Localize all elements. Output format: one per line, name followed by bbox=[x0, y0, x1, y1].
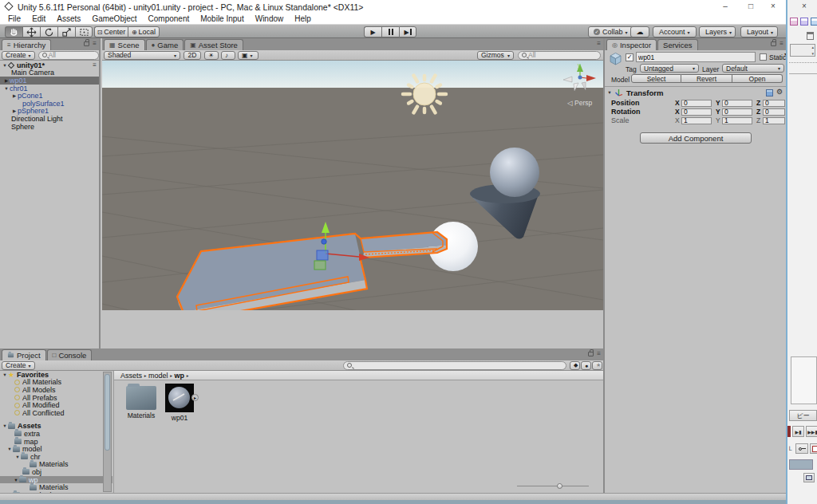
spin-down-icon[interactable]: ▾ bbox=[811, 51, 814, 56]
close-button[interactable]: × bbox=[802, 2, 807, 10]
scene-effects-button[interactable]: ▣▾ bbox=[238, 51, 259, 60]
scrollbar-thumb[interactable] bbox=[105, 374, 110, 451]
lock-icon[interactable] bbox=[84, 41, 89, 46]
scale-y-field[interactable] bbox=[722, 117, 752, 124]
static-checkbox[interactable] bbox=[760, 53, 767, 61]
lock-icon[interactable] bbox=[588, 352, 594, 356]
tab-services[interactable]: Services bbox=[657, 39, 697, 50]
expander-icon[interactable]: ▼ bbox=[13, 478, 19, 482]
account-button[interactable]: Account▾ bbox=[653, 26, 697, 37]
rotation-x-field[interactable] bbox=[681, 108, 712, 116]
folder-wp-selected[interactable]: ▼wp bbox=[0, 476, 112, 484]
spin-up-icon[interactable]: ▴ bbox=[811, 45, 814, 49]
menu-help[interactable]: Help bbox=[289, 14, 317, 23]
menu-file[interactable]: File bbox=[2, 14, 26, 23]
step-forward-button[interactable]: ▶▮ bbox=[792, 426, 804, 437]
expander-icon[interactable]: ▶ bbox=[3, 78, 10, 83]
fast-forward-button[interactable]: ▶▶▮ bbox=[806, 426, 817, 437]
table-icon[interactable] bbox=[800, 18, 808, 26]
expander-icon[interactable]: ▶ bbox=[11, 93, 18, 98]
xy-plane-handle[interactable] bbox=[317, 250, 328, 260]
expander-icon[interactable]: ▼ bbox=[14, 455, 21, 459]
menu-mobile-input[interactable]: Mobile Input bbox=[195, 14, 249, 23]
rotate-tool-button[interactable] bbox=[40, 26, 57, 37]
hierarchy-search[interactable] bbox=[38, 51, 99, 60]
hand-tool-button[interactable] bbox=[5, 26, 22, 37]
rotation-y-field[interactable] bbox=[722, 108, 752, 116]
step-button[interactable]: ▶ bbox=[399, 26, 416, 37]
position-x-field[interactable] bbox=[681, 100, 712, 107]
menu-assets[interactable]: Assets bbox=[51, 14, 86, 23]
project-search[interactable] bbox=[343, 361, 566, 370]
position-y-field[interactable] bbox=[722, 100, 752, 107]
table-icon[interactable] bbox=[811, 18, 817, 26]
scene-menu-icon[interactable]: ≡ bbox=[93, 62, 97, 69]
hierarchy-item-sphere[interactable]: Sphere bbox=[0, 123, 99, 131]
expand-asset-icon[interactable]: ▸ bbox=[191, 394, 199, 401]
thumbnail-size-slider[interactable] bbox=[517, 486, 589, 488]
asset-item-wp01[interactable]: ▸ wp01 bbox=[162, 384, 197, 422]
model-revert-button[interactable]: Revert bbox=[681, 74, 732, 83]
favorite-search-button[interactable]: ★ bbox=[592, 361, 602, 370]
collab-button[interactable]: ✓ Collab▾ bbox=[588, 26, 633, 37]
panel-button[interactable] bbox=[803, 473, 815, 482]
layout-button[interactable]: Layout▾ bbox=[740, 26, 778, 37]
tab-hierarchy[interactable]: ≡Hierarchy bbox=[2, 39, 51, 50]
object-name-field[interactable] bbox=[636, 52, 756, 62]
scale-tool-button[interactable] bbox=[57, 26, 75, 37]
rotation-z-field[interactable] bbox=[763, 108, 785, 116]
2d-toggle-button[interactable]: 2D bbox=[184, 51, 201, 60]
copy-button[interactable]: ピー bbox=[789, 410, 817, 421]
expander-icon[interactable]: ▼ bbox=[2, 423, 8, 428]
breadcrumb-wp[interactable]: wp bbox=[175, 372, 185, 380]
layers-button[interactable]: Layers▾ bbox=[699, 26, 736, 37]
hierarchy-item-directional-light[interactable]: Directional Light bbox=[0, 115, 99, 123]
tab-inspector[interactable]: ◎Inspector bbox=[606, 39, 657, 50]
lock-icon[interactable] bbox=[771, 41, 776, 46]
breadcrumb-model[interactable]: model bbox=[148, 372, 168, 380]
menu-window[interactable]: Window bbox=[250, 14, 290, 23]
persp-label[interactable]: Persp bbox=[574, 99, 592, 107]
tab-asset-store[interactable]: ▣Asset Store bbox=[184, 39, 243, 50]
panel-menu-icon[interactable]: ≡ bbox=[597, 41, 601, 47]
slider-knob[interactable] bbox=[557, 483, 562, 489]
folder-obj[interactable]: obj bbox=[0, 468, 112, 476]
doc-button[interactable] bbox=[810, 443, 817, 454]
maximize-button[interactable]: □ bbox=[740, 0, 761, 13]
folder-chr[interactable]: ▼chr bbox=[0, 453, 112, 461]
search-by-type-button[interactable]: ◆ bbox=[570, 361, 580, 370]
tab-console[interactable]: □Console bbox=[47, 349, 93, 360]
tab-project[interactable]: Project bbox=[2, 349, 46, 360]
xz-plane-handle[interactable] bbox=[314, 261, 326, 270]
tab-game[interactable]: ●Game bbox=[146, 39, 184, 50]
table-icon[interactable] bbox=[790, 18, 798, 26]
scene-lighting-button[interactable]: ☀ bbox=[204, 51, 219, 60]
tab-scene[interactable]: ▦Scene bbox=[104, 39, 145, 50]
rect-tool-button[interactable] bbox=[75, 26, 93, 37]
search-by-label-button[interactable]: ● bbox=[581, 361, 591, 370]
gear-icon[interactable]: ⚙ bbox=[776, 88, 783, 96]
hierarchy-item-psphere1[interactable]: ▶pSphere1 bbox=[0, 108, 99, 116]
gizmos-dropdown[interactable]: Gizmos▾ bbox=[477, 51, 514, 60]
favorite-all-materials[interactable]: All Materials bbox=[0, 379, 112, 387]
expander-icon[interactable]: ▼ bbox=[606, 90, 613, 95]
menu-component[interactable]: Component bbox=[143, 14, 195, 23]
model-open-button[interactable]: Open bbox=[732, 74, 783, 83]
pivot-local-button[interactable]: ⊕Local bbox=[128, 26, 160, 37]
trash-icon[interactable] bbox=[807, 32, 814, 40]
spinner-field[interactable]: ▴ ▾ bbox=[790, 44, 815, 57]
create-button[interactable]: Create▾ bbox=[2, 51, 35, 60]
tag-dropdown[interactable]: Untagged▾ bbox=[640, 64, 699, 73]
tree-scrollbar[interactable] bbox=[103, 372, 112, 492]
scale-x-field[interactable] bbox=[681, 117, 712, 124]
project-search-input[interactable] bbox=[353, 361, 562, 369]
record-button[interactable] bbox=[787, 426, 791, 437]
scene-search-input[interactable] bbox=[528, 51, 597, 59]
add-component-button[interactable]: Add Component bbox=[640, 132, 752, 144]
sphere-object-psphere1[interactable] bbox=[490, 148, 539, 197]
folder-wp-materials[interactable]: Materials bbox=[0, 483, 112, 491]
scene-viewport-3d[interactable]: y ◁ Persp bbox=[102, 61, 603, 310]
layer-dropdown[interactable]: Default▾ bbox=[722, 64, 784, 73]
panel-menu-icon[interactable]: ≡ bbox=[780, 41, 783, 47]
shading-mode-dropdown[interactable]: Shaded▾ bbox=[104, 51, 180, 60]
